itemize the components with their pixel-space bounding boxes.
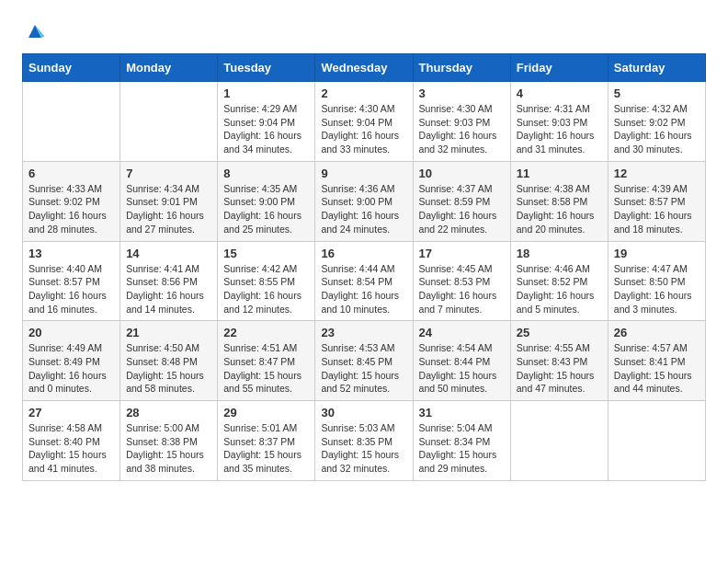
day-number: 22 (223, 326, 309, 339)
calendar-cell: 25Sunrise: 4:55 AM Sunset: 8:43 PM Dayli… (510, 321, 608, 401)
day-number: 16 (321, 247, 406, 260)
calendar-cell (510, 401, 608, 481)
day-number: 11 (517, 167, 602, 180)
calendar-cell: 3Sunrise: 4:30 AM Sunset: 9:03 PM Daylig… (413, 82, 510, 162)
day-info: Sunrise: 4:39 AM Sunset: 8:57 PM Dayligh… (614, 182, 700, 236)
calendar-cell: 14Sunrise: 4:41 AM Sunset: 8:56 PM Dayli… (120, 241, 218, 321)
calendar-cell: 2Sunrise: 4:30 AM Sunset: 9:04 PM Daylig… (315, 82, 413, 162)
day-info: Sunrise: 4:41 AM Sunset: 8:56 PM Dayligh… (126, 262, 211, 316)
day-info: Sunrise: 4:58 AM Sunset: 8:40 PM Dayligh… (28, 421, 114, 476)
day-info: Sunrise: 5:01 AM Sunset: 8:37 PM Dayligh… (223, 421, 309, 476)
day-number: 7 (126, 167, 211, 180)
weekday-header: Friday (510, 54, 608, 82)
day-number: 14 (126, 247, 211, 260)
calendar-cell: 5Sunrise: 4:32 AM Sunset: 9:02 PM Daylig… (608, 82, 705, 162)
day-number: 13 (28, 247, 114, 260)
logo (22, 18, 50, 44)
weekday-header: Saturday (608, 54, 705, 82)
day-info: Sunrise: 4:35 AM Sunset: 9:00 PM Dayligh… (223, 182, 309, 236)
calendar-cell: 19Sunrise: 4:47 AM Sunset: 8:50 PM Dayli… (608, 241, 705, 321)
calendar-cell: 27Sunrise: 4:58 AM Sunset: 8:40 PM Dayli… (23, 401, 120, 481)
calendar-cell: 12Sunrise: 4:39 AM Sunset: 8:57 PM Dayli… (608, 161, 705, 241)
calendar-cell: 9Sunrise: 4:36 AM Sunset: 9:00 PM Daylig… (315, 161, 413, 241)
calendar-cell: 20Sunrise: 4:49 AM Sunset: 8:49 PM Dayli… (23, 321, 120, 401)
calendar-cell: 23Sunrise: 4:53 AM Sunset: 8:45 PM Dayli… (315, 321, 413, 401)
calendar-cell (120, 82, 218, 162)
day-number: 26 (614, 326, 700, 339)
day-info: Sunrise: 4:49 AM Sunset: 8:49 PM Dayligh… (28, 341, 114, 396)
calendar-cell: 28Sunrise: 5:00 AM Sunset: 8:38 PM Dayli… (120, 401, 218, 481)
header-row: SundayMondayTuesdayWednesdayThursdayFrid… (23, 54, 706, 82)
calendar-cell: 13Sunrise: 4:40 AM Sunset: 8:57 PM Dayli… (23, 241, 120, 321)
calendar-week: 27Sunrise: 4:58 AM Sunset: 8:40 PM Dayli… (23, 401, 706, 481)
day-number: 24 (419, 326, 505, 339)
day-info: Sunrise: 4:36 AM Sunset: 9:00 PM Dayligh… (321, 182, 406, 236)
day-info: Sunrise: 4:42 AM Sunset: 8:55 PM Dayligh… (223, 262, 309, 316)
calendar-cell: 15Sunrise: 4:42 AM Sunset: 8:55 PM Dayli… (218, 241, 315, 321)
calendar-cell: 8Sunrise: 4:35 AM Sunset: 9:00 PM Daylig… (218, 161, 315, 241)
day-number: 1 (223, 86, 309, 100)
calendar-cell (23, 82, 120, 162)
day-info: Sunrise: 4:33 AM Sunset: 9:02 PM Dayligh… (28, 182, 114, 236)
calendar-week: 13Sunrise: 4:40 AM Sunset: 8:57 PM Dayli… (23, 241, 706, 321)
logo-icon (22, 18, 48, 44)
day-number: 10 (419, 167, 505, 180)
day-info: Sunrise: 4:47 AM Sunset: 8:50 PM Dayligh… (614, 262, 700, 316)
day-info: Sunrise: 4:29 AM Sunset: 9:04 PM Dayligh… (223, 102, 309, 156)
day-info: Sunrise: 4:32 AM Sunset: 9:02 PM Dayligh… (614, 102, 700, 156)
calendar-header: SundayMondayTuesdayWednesdayThursdayFrid… (23, 54, 706, 82)
calendar-cell: 29Sunrise: 5:01 AM Sunset: 8:37 PM Dayli… (218, 401, 315, 481)
day-number: 5 (614, 86, 700, 100)
calendar-cell: 31Sunrise: 5:04 AM Sunset: 8:34 PM Dayli… (413, 401, 510, 481)
day-info: Sunrise: 5:00 AM Sunset: 8:38 PM Dayligh… (126, 421, 211, 476)
calendar-cell: 18Sunrise: 4:46 AM Sunset: 8:52 PM Dayli… (510, 241, 608, 321)
day-number: 18 (517, 247, 602, 260)
calendar-cell: 24Sunrise: 4:54 AM Sunset: 8:44 PM Dayli… (413, 321, 510, 401)
weekday-header: Monday (120, 54, 218, 82)
calendar-cell: 26Sunrise: 4:57 AM Sunset: 8:41 PM Dayli… (608, 321, 705, 401)
day-number: 27 (28, 406, 114, 419)
calendar-cell: 30Sunrise: 5:03 AM Sunset: 8:35 PM Dayli… (315, 401, 413, 481)
calendar-cell: 16Sunrise: 4:44 AM Sunset: 8:54 PM Dayli… (315, 241, 413, 321)
calendar-body: 1Sunrise: 4:29 AM Sunset: 9:04 PM Daylig… (23, 82, 706, 481)
calendar-table: SundayMondayTuesdayWednesdayThursdayFrid… (22, 53, 706, 481)
calendar-cell: 22Sunrise: 4:51 AM Sunset: 8:47 PM Dayli… (218, 321, 315, 401)
day-info: Sunrise: 4:31 AM Sunset: 9:03 PM Dayligh… (517, 102, 602, 156)
day-info: Sunrise: 4:34 AM Sunset: 9:01 PM Dayligh… (126, 182, 211, 236)
day-info: Sunrise: 4:38 AM Sunset: 8:58 PM Dayligh… (517, 182, 602, 236)
day-info: Sunrise: 4:45 AM Sunset: 8:53 PM Dayligh… (419, 262, 505, 316)
day-info: Sunrise: 4:40 AM Sunset: 8:57 PM Dayligh… (28, 262, 114, 316)
day-number: 4 (517, 86, 602, 100)
calendar-cell: 6Sunrise: 4:33 AM Sunset: 9:02 PM Daylig… (23, 161, 120, 241)
calendar-cell: 1Sunrise: 4:29 AM Sunset: 9:04 PM Daylig… (218, 82, 315, 162)
day-info: Sunrise: 4:30 AM Sunset: 9:03 PM Dayligh… (419, 102, 505, 156)
day-info: Sunrise: 4:50 AM Sunset: 8:48 PM Dayligh… (126, 341, 211, 396)
header (22, 18, 706, 44)
day-info: Sunrise: 4:30 AM Sunset: 9:04 PM Dayligh… (321, 102, 406, 156)
day-info: Sunrise: 4:57 AM Sunset: 8:41 PM Dayligh… (614, 341, 700, 396)
calendar-cell: 11Sunrise: 4:38 AM Sunset: 8:58 PM Dayli… (510, 161, 608, 241)
calendar-cell (608, 401, 705, 481)
day-info: Sunrise: 4:54 AM Sunset: 8:44 PM Dayligh… (419, 341, 505, 396)
weekday-header: Tuesday (218, 54, 315, 82)
calendar-cell: 21Sunrise: 4:50 AM Sunset: 8:48 PM Dayli… (120, 321, 218, 401)
day-number: 9 (321, 167, 406, 180)
day-info: Sunrise: 4:37 AM Sunset: 8:59 PM Dayligh… (419, 182, 505, 236)
day-number: 2 (321, 86, 406, 100)
weekday-header: Wednesday (315, 54, 413, 82)
day-number: 17 (419, 247, 505, 260)
day-number: 28 (126, 406, 211, 419)
day-info: Sunrise: 5:03 AM Sunset: 8:35 PM Dayligh… (321, 421, 406, 476)
day-info: Sunrise: 4:51 AM Sunset: 8:47 PM Dayligh… (223, 341, 309, 396)
calendar-cell: 17Sunrise: 4:45 AM Sunset: 8:53 PM Dayli… (413, 241, 510, 321)
day-info: Sunrise: 4:53 AM Sunset: 8:45 PM Dayligh… (321, 341, 406, 396)
calendar-cell: 7Sunrise: 4:34 AM Sunset: 9:01 PM Daylig… (120, 161, 218, 241)
day-number: 30 (321, 406, 406, 419)
day-number: 23 (321, 326, 406, 339)
weekday-header: Thursday (413, 54, 510, 82)
day-number: 12 (614, 167, 700, 180)
day-number: 25 (517, 326, 602, 339)
calendar-week: 6Sunrise: 4:33 AM Sunset: 9:02 PM Daylig… (23, 161, 706, 241)
page: SundayMondayTuesdayWednesdayThursdayFrid… (0, 0, 728, 500)
calendar-week: 1Sunrise: 4:29 AM Sunset: 9:04 PM Daylig… (23, 82, 706, 162)
